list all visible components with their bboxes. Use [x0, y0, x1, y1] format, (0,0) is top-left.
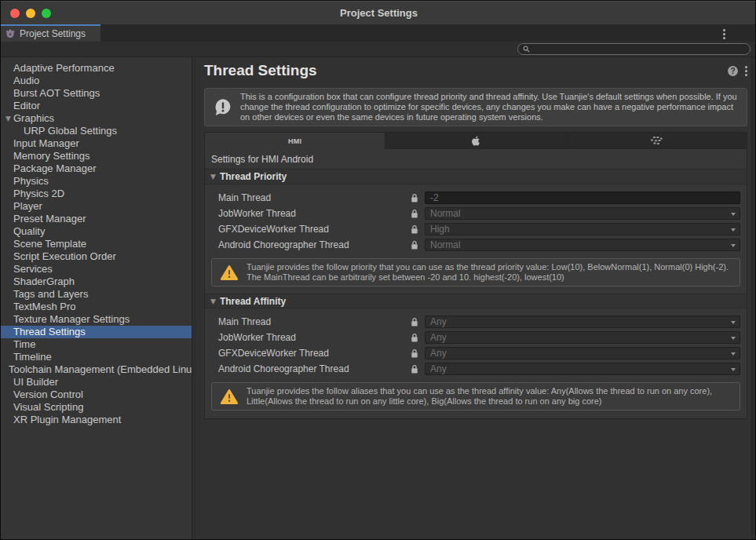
sidebar-item-preset-manager[interactable]: ▼ Preset Manager: [1, 213, 192, 225]
section-thread-priority: ▼ Thread Priority Main Thread: [205, 170, 747, 286]
lock-icon[interactable]: [411, 348, 425, 359]
sidebar-item-label: URP Global Settings: [24, 125, 117, 137]
affinity-warning-box: Tuanjie provides the follow aliases that…: [211, 382, 740, 410]
sidebar-item-urp-global-settings[interactable]: ▼ URP Global Settings: [1, 125, 192, 137]
setting-label: GFXDeviceWorker Thread: [218, 224, 411, 235]
sidebar-item-timeline[interactable]: ▼ Timeline: [1, 351, 192, 363]
setting-row-android-choreographer-thread: Android Choreographer Thread Any: [205, 361, 747, 377]
sidebar-item-scene-template[interactable]: ▼ Scene Template: [1, 238, 192, 250]
sidebar-item-label: Audio: [13, 75, 39, 87]
sidebar-item-toolchain-management-embedded-linu[interactable]: ▼ Toolchain Management (Embedded Linu: [1, 363, 192, 376]
tab-project-settings[interactable]: Project Settings: [1, 24, 100, 42]
sidebar-item-version-control[interactable]: ▼ Version Control: [1, 389, 192, 401]
setting-label: Android Choreographer Thread: [218, 363, 411, 374]
chevron-down-icon: [731, 352, 736, 356]
sidebar-item-label: Player: [13, 200, 42, 213]
setting-row-jobworker-thread: JobWorker Thread Normal: [205, 206, 747, 221]
titlebar[interactable]: Project Settings: [1, 1, 756, 24]
sidebar-item-quality[interactable]: ▼ Quality: [1, 225, 192, 238]
warning-text: Tuanjie provides the follow priority tha…: [247, 262, 732, 283]
window-title: Project Settings: [1, 2, 756, 25]
value-dropdown[interactable]: Normal: [425, 207, 740, 220]
lock-icon[interactable]: [411, 333, 425, 343]
sidebar-item-label: Timeline: [13, 351, 52, 363]
sidebar-item-graphics[interactable]: ▼ Graphics: [1, 112, 192, 125]
chevron-down-icon: [731, 244, 736, 247]
setting-label: JobWorker Thread: [218, 332, 411, 343]
toolbar: [1, 42, 756, 57]
value-dropdown[interactable]: High: [425, 223, 740, 235]
lock-icon[interactable]: [411, 209, 425, 219]
lock-icon[interactable]: [411, 317, 425, 327]
platform-tab-harmony[interactable]: [567, 132, 747, 149]
sidebar-item-player[interactable]: ▼ Player: [1, 200, 192, 213]
value-dropdown[interactable]: Normal: [425, 239, 740, 251]
sidebar-item-physics-2d[interactable]: ▼ Physics 2D: [1, 188, 192, 200]
dropdown-value: Any: [430, 363, 447, 374]
platform-tab-ios[interactable]: [385, 132, 566, 149]
sidebar-item-thread-settings[interactable]: ▼ Thread Settings: [1, 326, 192, 338]
sidebar-item-editor[interactable]: ▼ Editor: [1, 100, 192, 112]
setting-label: Android Choreographer Thread: [218, 239, 411, 250]
section-thread-affinity: ▼ Thread Affinity Main Thread: [205, 294, 747, 410]
sidebar-item-label: Preset Manager: [13, 213, 86, 225]
search-icon: [523, 46, 530, 53]
dropdown-value: Any: [430, 316, 447, 327]
search-input[interactable]: [517, 43, 751, 55]
page-kebab-menu-icon[interactable]: [745, 64, 747, 78]
sidebar-item-label: Services: [13, 263, 53, 275]
platform-tab-hmi[interactable]: HMI: [204, 132, 385, 149]
sidebar-item-label: Physics 2D: [13, 188, 64, 200]
sidebar-item-audio[interactable]: ▼ Audio: [1, 75, 192, 87]
sidebar-item-burst-aot-settings[interactable]: ▼ Burst AOT Settings: [1, 87, 192, 100]
sidebar-item-xr-plugin-management[interactable]: ▼ XR Plugin Management: [1, 414, 192, 426]
project-settings-icon: [5, 28, 16, 39]
setting-row-main-thread: Main Thread -2 -2: [205, 190, 747, 206]
value-dropdown[interactable]: Any: [425, 347, 740, 359]
main-scrollbar-gutter[interactable]: [751, 57, 756, 540]
sidebar-item-time[interactable]: ▼ Time: [1, 338, 192, 351]
sidebar-item-label: Input Manager: [13, 137, 79, 150]
value-dropdown[interactable]: Any: [425, 316, 740, 328]
value-field[interactable]: -2: [425, 192, 740, 204]
sidebar-item-adaptive-performance[interactable]: ▼ Adaptive Performance: [1, 62, 192, 75]
sidebar-item-input-manager[interactable]: ▼ Input Manager: [1, 137, 192, 150]
thread-priority-header[interactable]: ▼ Thread Priority: [205, 170, 747, 184]
sidebar-item-physics[interactable]: ▼ Physics: [1, 175, 192, 188]
setting-label: GFXDeviceWorker Thread: [218, 348, 411, 359]
section-title: Thread Priority: [220, 171, 287, 182]
warning-triangle-icon: [220, 389, 239, 405]
sidebar-item-tags-and-layers[interactable]: ▼ Tags and Layers: [1, 288, 192, 301]
lock-icon[interactable]: [411, 193, 425, 203]
value-dropdown[interactable]: Any: [425, 331, 740, 344]
chevron-down-icon: [731, 368, 736, 371]
harmony-dots-icon: [649, 136, 663, 146]
sidebar-item-label: ShaderGraph: [13, 275, 75, 288]
sidebar-item-label: Graphics: [13, 112, 54, 125]
sidebar-item-package-manager[interactable]: ▼ Package Manager: [1, 162, 192, 175]
value-dropdown[interactable]: Any: [425, 363, 740, 375]
settings-for-label: Settings for HMI Android: [205, 149, 747, 170]
setting-row-gfxdeviceworker-thread: GFXDeviceWorker Thread Any: [205, 345, 747, 361]
doc-tab-label: Project Settings: [20, 28, 86, 39]
sidebar-item-label: TextMesh Pro: [13, 301, 75, 313]
doc-tab-strip: Project Settings: [1, 24, 756, 42]
thread-affinity-header[interactable]: ▼ Thread Affinity: [205, 294, 747, 308]
sidebar-item-textmesh-pro[interactable]: ▼ TextMesh Pro: [1, 301, 192, 313]
sidebar-item-shadergraph[interactable]: ▼ ShaderGraph: [1, 275, 192, 288]
lock-icon[interactable]: [411, 240, 425, 250]
help-icon[interactable]: ?: [728, 66, 738, 76]
sidebar-item-memory-settings[interactable]: ▼ Memory Settings: [1, 150, 192, 162]
platform-tab-hmi-label: HMI: [288, 137, 301, 145]
sidebar-item-services[interactable]: ▼ Services: [1, 263, 192, 275]
sidebar-item-script-execution-order[interactable]: ▼ Script Execution Order: [1, 250, 192, 263]
sidebar-item-ui-builder[interactable]: ▼ UI Builder: [1, 376, 192, 389]
sidebar-item-label: Time: [13, 338, 35, 351]
sidebar-item-texture-manager-settings[interactable]: ▼ Texture Manager Settings: [1, 313, 192, 326]
panel-kebab-menu-icon[interactable]: [723, 27, 725, 41]
sidebar-item-label: Physics: [13, 175, 49, 188]
sidebar-item-visual-scripting[interactable]: ▼ Visual Scripting: [1, 401, 192, 414]
foldout-icon[interactable]: ▼: [3, 115, 13, 122]
lock-icon[interactable]: [411, 224, 425, 235]
lock-icon[interactable]: [411, 364, 425, 374]
